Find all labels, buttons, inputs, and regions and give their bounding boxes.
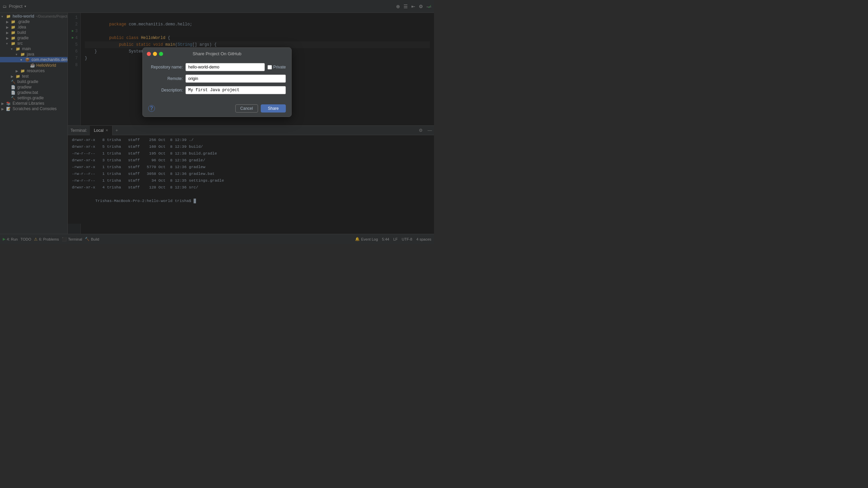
description-row: Description: [148, 86, 286, 94]
private-checkbox-row: Private [268, 65, 286, 69]
description-label: Description: [148, 88, 185, 93]
minimize-button[interactable] [153, 52, 157, 56]
repo-name-input[interactable] [185, 63, 265, 71]
private-checkbox[interactable] [268, 65, 272, 69]
modal-title: Share Project On GitHub [193, 51, 241, 56]
private-label: Private [273, 65, 286, 69]
repo-name-row: Repository name: Private [148, 63, 286, 71]
close-button[interactable] [147, 52, 151, 56]
modal-overlay: Share Project On GitHub Repository name:… [0, 0, 434, 244]
remote-label: Remote: [148, 76, 185, 81]
traffic-lights [147, 52, 163, 56]
cancel-button[interactable]: Cancel [235, 104, 258, 113]
remote-row: Remote: [148, 75, 286, 83]
maximize-button[interactable] [159, 52, 163, 56]
help-button[interactable]: ? [148, 105, 155, 112]
share-button[interactable]: Share [261, 104, 286, 113]
repo-name-label: Repository name: [148, 65, 185, 69]
share-project-modal: Share Project On GitHub Repository name:… [142, 47, 292, 117]
modal-footer: ? Cancel Share [143, 102, 291, 117]
modal-titlebar: Share Project On GitHub [143, 48, 291, 59]
remote-input[interactable] [185, 75, 286, 83]
description-input[interactable] [185, 86, 286, 94]
modal-body: Repository name: Private Remote: Descrip… [143, 59, 291, 102]
